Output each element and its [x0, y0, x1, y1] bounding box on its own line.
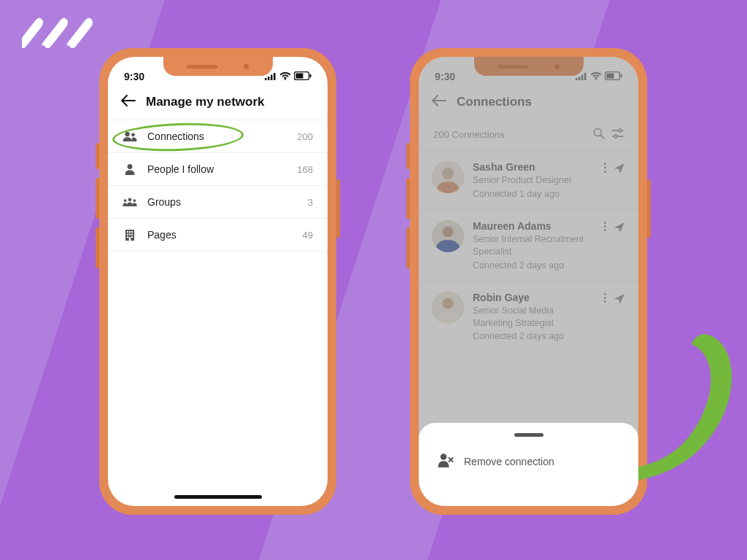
- bottom-sheet: Remove connection: [419, 423, 638, 506]
- svg-point-37: [614, 135, 617, 138]
- svg-rect-7: [310, 74, 311, 78]
- row-count: 49: [303, 230, 313, 241]
- wifi-icon: [279, 71, 291, 82]
- more-icon[interactable]: [604, 222, 606, 232]
- svg-rect-30: [607, 74, 614, 79]
- row-label: Groups: [147, 196, 298, 208]
- avatar: [432, 292, 464, 324]
- row-people-i-follow[interactable]: People I follow 168: [108, 153, 328, 186]
- svg-point-13: [133, 199, 136, 202]
- svg-rect-3: [274, 73, 276, 80]
- sheet-action-label: Remove connection: [464, 456, 554, 467]
- search-icon[interactable]: [593, 128, 605, 141]
- svg-rect-26: [581, 75, 584, 81]
- connection-title: Senior Social Media Marketing Strategist: [473, 305, 595, 330]
- more-icon[interactable]: [604, 163, 606, 173]
- connection-row[interactable]: Robin Gaye Senior Social Media Marketing…: [419, 281, 638, 352]
- send-icon[interactable]: [614, 163, 625, 177]
- svg-rect-16: [129, 231, 131, 233]
- svg-rect-0: [265, 78, 267, 80]
- connection-time: Connected 1 day ago: [473, 189, 595, 199]
- svg-rect-31: [621, 74, 622, 78]
- status-time: 9:30: [435, 71, 455, 82]
- row-label: People I follow: [147, 163, 287, 175]
- connection-name: Sasha Green: [473, 161, 595, 173]
- svg-rect-27: [584, 73, 587, 80]
- send-icon[interactable]: [614, 222, 625, 236]
- svg-rect-20: [131, 234, 133, 236]
- svg-rect-22: [131, 236, 133, 238]
- connection-time: Connected 2 days ago: [473, 260, 595, 271]
- filter-icon[interactable]: [612, 128, 624, 141]
- svg-point-11: [128, 198, 132, 201]
- person-icon: [123, 163, 137, 175]
- svg-rect-15: [127, 231, 128, 233]
- svg-point-8: [125, 132, 129, 136]
- svg-point-28: [595, 79, 597, 80]
- battery-icon: [294, 71, 311, 82]
- group-icon: [123, 197, 137, 207]
- screen-left: 9:30 Manage my network: [108, 57, 328, 506]
- svg-point-10: [128, 164, 133, 169]
- phone-notch: [474, 57, 584, 76]
- building-icon: [123, 229, 137, 241]
- people-icon: [123, 131, 137, 141]
- connection-name: Robin Gaye: [473, 292, 595, 303]
- svg-point-12: [124, 199, 127, 202]
- svg-rect-18: [127, 234, 128, 236]
- svg-rect-17: [131, 231, 133, 233]
- avatar: [432, 161, 464, 193]
- sub-header: 200 Connections: [419, 120, 638, 150]
- wifi-icon: [590, 71, 602, 82]
- row-groups[interactable]: Groups 3: [108, 186, 328, 219]
- connection-time: Connected 2 days ago: [473, 331, 595, 341]
- svg-point-44: [441, 454, 447, 460]
- row-label: Connections: [147, 131, 287, 142]
- phone-mockup-left: 9:30 Manage my network: [99, 48, 336, 515]
- svg-point-39: [442, 168, 454, 179]
- svg-point-41: [443, 226, 454, 237]
- connection-title: Senior Internal Recruitment Specialist: [473, 233, 595, 258]
- sheet-handle[interactable]: [514, 433, 543, 437]
- svg-rect-1: [268, 77, 270, 80]
- svg-point-9: [131, 133, 135, 136]
- svg-point-43: [443, 298, 454, 308]
- svg-rect-23: [129, 237, 131, 241]
- svg-rect-25: [578, 77, 581, 80]
- avatar: [432, 220, 464, 252]
- page-title: Connections: [457, 95, 532, 109]
- row-count: 168: [297, 164, 313, 175]
- svg-rect-6: [296, 74, 303, 79]
- connection-name: Maureen Adams: [473, 220, 595, 232]
- brand-logo: [22, 16, 106, 57]
- send-icon[interactable]: [614, 293, 625, 308]
- connection-title: Senior Product Designer: [473, 174, 595, 187]
- connections-count-label: 200 Connections: [433, 129, 505, 140]
- nav-header: Connections: [419, 88, 638, 120]
- battery-icon: [605, 71, 622, 82]
- remove-person-icon: [438, 453, 454, 470]
- status-time: 9:30: [124, 71, 144, 82]
- nav-header: Manage my network: [108, 88, 328, 120]
- row-pages[interactable]: Pages 49: [108, 219, 328, 252]
- row-count: 3: [308, 197, 313, 208]
- svg-point-36: [619, 129, 622, 132]
- svg-rect-21: [127, 236, 128, 238]
- row-connections[interactable]: Connections 200: [108, 120, 328, 153]
- more-icon[interactable]: [604, 293, 606, 303]
- svg-rect-19: [129, 234, 131, 236]
- svg-rect-2: [271, 75, 273, 81]
- row-count: 200: [297, 131, 313, 142]
- connection-row[interactable]: Maureen Adams Senior Internal Recruitmen…: [419, 209, 638, 281]
- row-label: Pages: [147, 229, 293, 241]
- home-indicator[interactable]: [174, 495, 262, 499]
- svg-rect-24: [576, 78, 578, 80]
- back-arrow-icon[interactable]: [432, 95, 446, 109]
- page-title: Manage my network: [146, 95, 265, 109]
- connection-row[interactable]: Sasha Green Senior Product Designer Conn…: [419, 150, 638, 209]
- phone-notch: [163, 57, 273, 76]
- phone-mockup-right: 9:30 Connections 200 Connections: [410, 48, 647, 515]
- remove-connection-action[interactable]: Remove connection: [419, 448, 638, 474]
- back-arrow-icon[interactable]: [121, 95, 136, 109]
- svg-point-4: [285, 79, 286, 80]
